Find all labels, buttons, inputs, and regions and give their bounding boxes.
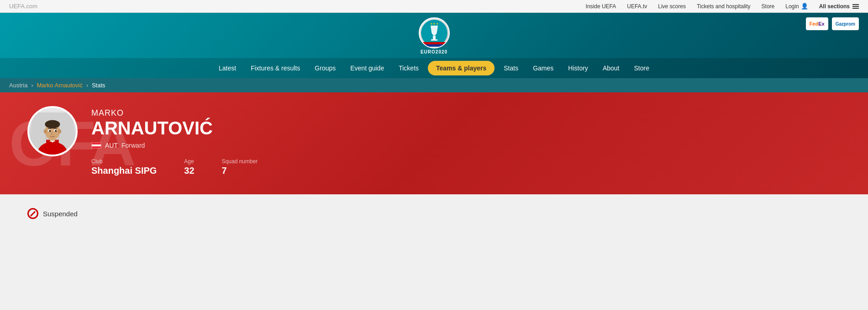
login-label: Login	[785, 3, 799, 10]
breadcrumb-stats: Stats	[92, 82, 105, 89]
svg-point-17	[55, 130, 57, 132]
person-icon: 👤	[801, 3, 808, 10]
top-link-tickets[interactable]: Tickets and hospitality	[697, 3, 751, 10]
top-link-store[interactable]: Store	[762, 3, 775, 10]
svg-point-12	[44, 129, 47, 134]
login-button[interactable]: Login 👤	[785, 3, 808, 10]
top-bar: UEFA.com Inside UEFA UEFA.tv Live scores…	[0, 0, 868, 13]
player-photo	[29, 108, 76, 155]
player-age: Age 32	[184, 158, 194, 176]
svg-text:★ ★ ★: ★ ★ ★	[430, 22, 438, 25]
nav-item-fixtures: Fixtures & results	[243, 58, 307, 78]
player-club: Club Shanghai SIPG	[91, 158, 157, 176]
squad-number-label: Squad number	[222, 158, 258, 165]
nav-item-teams-players: Teams & players	[426, 58, 496, 78]
top-link-live-scores[interactable]: Live scores	[658, 3, 686, 10]
breadcrumb: Austria › Marko Arnautović › Stats	[0, 78, 868, 92]
top-link-inside-uefa[interactable]: Inside UEFA	[586, 3, 616, 10]
nav-link-stats[interactable]: Stats	[496, 58, 526, 78]
nav-link-games[interactable]: Games	[526, 58, 561, 78]
nav-link-teams-players[interactable]: Teams & players	[428, 61, 494, 75]
svg-point-11	[45, 120, 60, 128]
player-last-name: ARNAUTOVIĆ	[91, 119, 841, 137]
hamburger-icon	[852, 4, 859, 9]
player-info: MARKO ARNAUTOVIĆ AUT Forward Club Shangh…	[91, 106, 841, 176]
top-bar-links: Inside UEFA UEFA.tv Live scores Tickets …	[586, 3, 859, 10]
player-position: Forward	[121, 142, 145, 149]
chevron-icon-2: ›	[86, 82, 88, 89]
gazprom-sponsor: Gazprom	[832, 17, 859, 30]
nav-item-history: History	[561, 58, 595, 78]
fedex-sponsor: FedEx	[806, 17, 828, 30]
logo-circle: ★ ★ ★	[419, 17, 450, 48]
austria-flag	[91, 142, 101, 149]
sponsors: FedEx Gazprom	[806, 17, 859, 30]
nav-link-latest[interactable]: Latest	[211, 58, 243, 78]
svg-rect-2	[431, 39, 437, 41]
suspended-label: Suspended	[43, 210, 78, 218]
svg-point-13	[58, 129, 61, 134]
competition-name: EURO2020	[421, 49, 447, 54]
suspended-icon	[27, 208, 38, 219]
nav-item-tickets: Tickets	[391, 58, 426, 78]
age-value: 32	[184, 166, 194, 176]
breadcrumb-player[interactable]: Marko Arnautović	[37, 82, 82, 89]
nav-items: Latest Fixtures & results Groups Event g…	[211, 58, 657, 78]
nav-link-groups[interactable]: Groups	[307, 58, 343, 78]
club-label: Club	[91, 158, 157, 165]
site-logo: UEFA.com	[9, 3, 37, 10]
euro-header: FedEx Gazprom ★ ★ ★ EURO2020	[0, 13, 868, 78]
all-sections-label: All sections	[819, 3, 850, 10]
main-nav: Latest Fixtures & results Groups Event g…	[0, 58, 868, 78]
suspended-notice: Suspended	[27, 208, 841, 219]
player-portrait-svg	[32, 112, 74, 155]
logo-text: UEFA	[9, 3, 25, 10]
chevron-icon-1: ›	[31, 82, 33, 89]
competition-logo: ★ ★ ★ EURO2020	[419, 17, 450, 54]
player-nationality: AUT Forward	[91, 142, 841, 149]
nav-link-about[interactable]: About	[595, 58, 627, 78]
content-area: Suspended	[0, 194, 868, 249]
nav-item-latest: Latest	[211, 58, 243, 78]
nav-item-store: Store	[626, 58, 656, 78]
nav-item-event-guide: Event guide	[343, 58, 391, 78]
nav-item-groups: Groups	[307, 58, 343, 78]
euro2020-logo-svg: ★ ★ ★	[421, 19, 448, 47]
top-link-uefa-tv[interactable]: UEFA.tv	[627, 3, 647, 10]
nav-item-about: About	[595, 58, 627, 78]
nav-link-event-guide[interactable]: Event guide	[343, 58, 391, 78]
nationality-code: AUT	[105, 142, 118, 149]
svg-point-16	[49, 130, 51, 132]
player-hero: OFA	[0, 92, 868, 194]
nav-link-tickets[interactable]: Tickets	[391, 58, 426, 78]
player-squad-number: Squad number 7	[222, 158, 258, 176]
svg-rect-4	[421, 42, 448, 44]
player-photo-container	[27, 106, 78, 156]
player-hero-content: MARKO ARNAUTOVIĆ AUT Forward Club Shangh…	[27, 106, 841, 176]
logo-ext: .com	[25, 3, 37, 10]
squad-number-value: 7	[222, 166, 258, 176]
breadcrumb-austria[interactable]: Austria	[9, 82, 27, 89]
all-sections-button[interactable]: All sections	[819, 3, 859, 10]
svg-rect-1	[433, 36, 436, 39]
age-label: Age	[184, 158, 194, 165]
club-value: Shanghai SIPG	[91, 166, 157, 176]
player-first-name: MARKO	[91, 108, 841, 118]
nav-link-history[interactable]: History	[561, 58, 595, 78]
nav-link-fixtures[interactable]: Fixtures & results	[243, 58, 307, 78]
svg-rect-5	[421, 44, 448, 47]
nav-link-store[interactable]: Store	[626, 58, 656, 78]
nav-item-games: Games	[526, 58, 561, 78]
player-stats-row: Club Shanghai SIPG Age 32 Squad number 7	[91, 158, 841, 176]
nav-item-stats: Stats	[496, 58, 526, 78]
